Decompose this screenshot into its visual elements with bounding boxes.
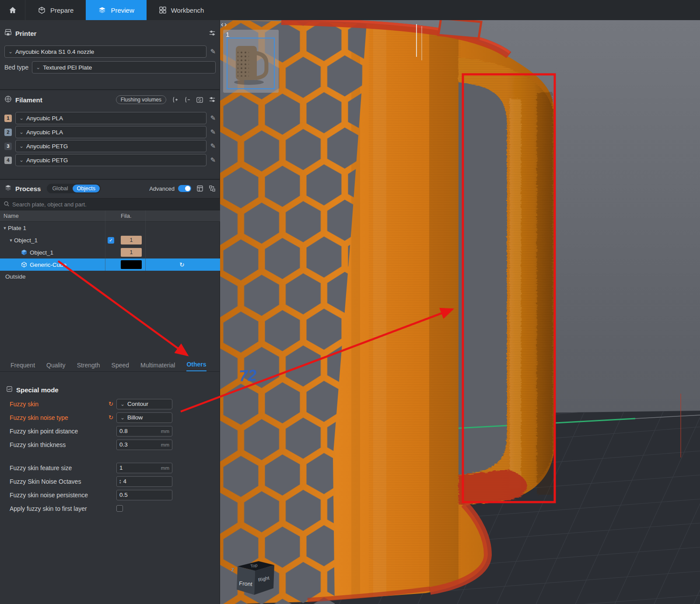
scope-objects-button[interactable]: Objects [73,185,100,192]
edit-filament-icon[interactable]: ✎ [210,128,216,136]
bed-type-select[interactable]: ⌄ Textured PEI Plate [32,61,216,73]
filament-number-badge: 3 [4,143,12,150]
persistence-input[interactable] [119,492,169,498]
object-sort-icon[interactable] [209,185,216,192]
process-section-title: Process [15,185,41,192]
filament-number-badge: 2 [4,129,12,136]
filament-select-3[interactable]: ⌄ Anycubic PETG [15,140,206,152]
process-scope-segment: Global Objects [47,184,101,193]
filament-name: Anycubic PETG [26,143,68,150]
viewport-3d[interactable]: 72 z Top Front Right ‹› 1 [220,20,700,604]
chevron-down-icon: ⌄ [36,65,40,70]
filament-select-4[interactable]: ⌄ Anycubic PETG [15,154,206,166]
printer-settings-icon[interactable] [209,30,216,37]
toggle-knob [185,186,190,191]
remove-filament-icon[interactable] [184,96,191,103]
reset-noise-type-icon[interactable]: ↻ [108,414,113,421]
printer-select[interactable]: ⌄ Anycubic Kobra S1 0.4 nozzle [4,45,206,58]
axis-z-label: z [231,566,234,573]
tree-row-object-child[interactable]: Object_1 1 [0,246,220,258]
filament-select-2[interactable]: ⌄ Anycubic PLA [15,126,206,138]
tab-prepare[interactable]: Prepare [25,0,86,20]
preview-icon [98,6,106,14]
edit-filament-icon[interactable]: ✎ [210,156,216,164]
panel-collapse-arrows[interactable]: ‹› [221,20,228,29]
filament-slot: 4 ⌄ Anycubic PETG ✎ [0,154,220,166]
tab-others[interactable]: Others [186,361,206,371]
tree-row-generic-cube[interactable]: Generic-Cube ↻ [0,258,220,271]
viewport-3d-scene[interactable]: 72 z Top Front Right [220,20,700,604]
plate-thumbnail-selected[interactable] [227,38,275,89]
scope-global-button[interactable]: Global [48,185,72,192]
process-section-header: Process Global Objects Advanced [0,182,220,196]
chevron-down-icon: ⌄ [19,157,24,163]
tab-frequent[interactable]: Frequent [10,362,35,371]
cube-icon [21,249,27,255]
tree-row-object[interactable]: ▾ Object_1 ✓ 1 [0,234,220,246]
modifier-cube-icon [21,262,27,268]
thickness-field: mm [116,440,172,450]
filament-select-1[interactable]: ⌄ Anycubic PLA [15,112,206,124]
filament-slot: 1 ⌄ Anycubic PLA ✎ [0,112,220,124]
unit-mm: mm [161,465,169,471]
tab-multimaterial[interactable]: Multimaterial [140,362,175,371]
tab-quality[interactable]: Quality [46,362,66,371]
column-name: Name [0,213,105,219]
point-distance-label: Fuzzy skin point distance [10,428,108,435]
tab-preview[interactable]: Preview [86,0,146,20]
object-table-header: Name Fila. [0,210,220,222]
filament-chip[interactable]: 1 [121,248,142,257]
plate-marking-text: 72 [238,366,257,385]
noise-type-label: Fuzzy skin noise type [10,414,108,421]
fuzzy-skin-select[interactable]: ⌄ Contour [116,399,172,409]
collapse-caret-icon[interactable]: ▾ [2,225,8,231]
collapse-left-icon[interactable]: ‹ [221,20,224,28]
sync-icon[interactable]: ↻ [145,261,220,268]
tree-row-plate[interactable]: ▾ Plate 1 [0,222,220,234]
advanced-toggle[interactable] [178,185,191,192]
object-visibility-checkbox[interactable]: ✓ [108,237,114,244]
search-icon [4,201,10,208]
noise-type-select[interactable]: ⌄ Billow [116,412,172,423]
home-button[interactable] [0,0,25,20]
printer-section-title: Printer [15,30,36,37]
printer-section: Printer ⌄ Anycubic Kobra S1 0.4 nozzle ✎… [0,26,220,77]
filament-chip-black[interactable] [121,260,142,269]
filament-slot: 3 ⌄ Anycubic PETG ✎ [0,140,220,152]
parameter-table-icon[interactable] [196,185,203,192]
prepare-icon [38,6,46,14]
feature-size-input[interactable] [119,464,159,471]
tab-workbench[interactable]: Workbench [147,0,217,20]
stepper-arrows-icon[interactable]: ▴▾ [119,479,121,484]
tab-speed[interactable]: Speed [112,362,129,371]
feature-size-field: mm [116,463,172,473]
plate-thumbnail[interactable]: 1 [223,30,279,93]
filament-name: Anycubic PLA [26,129,63,136]
filament-number-badge: 1 [4,115,12,122]
point-distance-input[interactable] [119,428,159,434]
octaves-input[interactable] [123,478,169,485]
column-divider [145,210,146,271]
generic-cube-label: Generic-Cube [30,262,66,268]
flushing-volumes-button[interactable]: Flushing volumes [116,95,166,104]
octaves-label: Fuzzy Skin Noise Octaves [10,478,108,485]
top-menu-bar: Prepare Preview Workbench [0,0,700,20]
first-layer-checkbox[interactable] [116,505,123,512]
unit-mm: mm [161,442,169,447]
filament-chip[interactable]: 1 [121,236,142,244]
collapse-right-icon[interactable]: › [224,20,228,28]
add-filament-icon[interactable] [172,96,178,103]
thickness-input[interactable] [119,441,159,448]
tab-strength[interactable]: Strength [77,362,100,371]
edit-filament-icon[interactable]: ✎ [210,114,216,122]
collapse-caret-icon[interactable]: ▾ [8,237,14,243]
filament-settings-icon[interactable] [209,96,216,103]
chevron-down-icon: ⌄ [120,402,125,407]
edit-filament-icon[interactable]: ✎ [210,142,216,150]
feature-size-label: Fuzzy skin feature size [10,464,108,471]
fuzzy-skin-label: Fuzzy skin [10,401,108,408]
edit-printer-icon[interactable]: ✎ [210,48,216,56]
search-input[interactable] [12,201,217,208]
reset-fuzzy-skin-icon[interactable]: ↻ [108,401,113,407]
ams-sync-icon[interactable] [196,96,203,104]
